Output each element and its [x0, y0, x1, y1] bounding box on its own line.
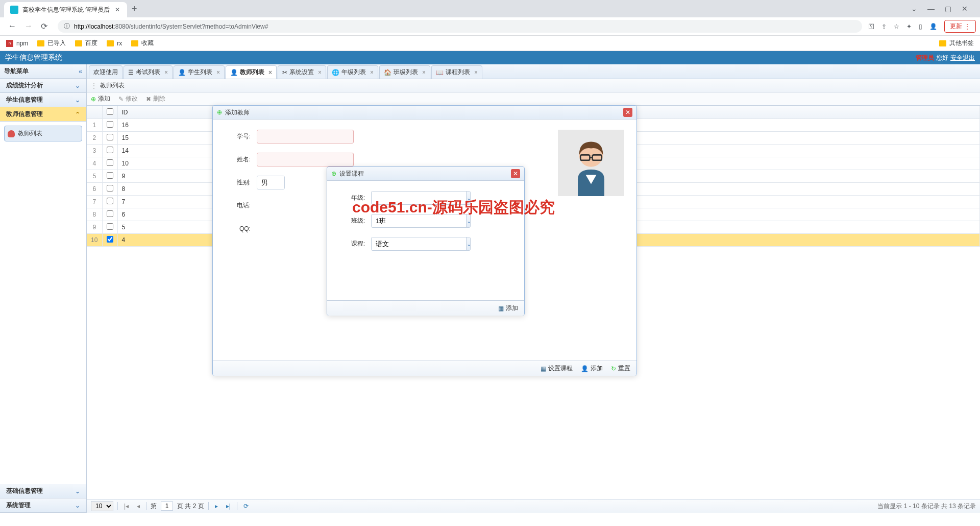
tab-close-icon[interactable]: ✕: [114, 6, 121, 13]
prev-page-icon[interactable]: ◂: [135, 503, 142, 510]
input-sid[interactable]: [257, 130, 354, 144]
course-add-button[interactable]: ▦添加: [498, 304, 518, 313]
row-checkbox[interactable]: [102, 119, 117, 132]
row-checkbox[interactable]: [102, 208, 117, 221]
close-icon[interactable]: ✕: [511, 169, 520, 178]
dialog-add-button[interactable]: 👤添加: [581, 364, 603, 373]
last-page-icon[interactable]: ▸|: [224, 503, 233, 510]
edit-button[interactable]: ✎修改: [118, 94, 138, 103]
bookmark-imported[interactable]: 已导入: [37, 39, 66, 47]
sidebar-item-system[interactable]: 系统管理⌄: [0, 498, 86, 513]
row-number: 7: [87, 196, 102, 208]
other-bookmarks[interactable]: 其他书签: [939, 39, 974, 47]
url-text: http://localhost:8080/studentinfo/System…: [74, 23, 268, 30]
tab-系统设置[interactable]: ✂系统设置×: [278, 65, 326, 79]
tab-close-icon[interactable]: ×: [164, 69, 168, 76]
tab-close-icon[interactable]: ×: [370, 69, 374, 76]
extension-icon[interactable]: ✦: [906, 23, 912, 30]
site-info-icon[interactable]: ⓘ: [64, 22, 70, 31]
reload-icon[interactable]: ⟳: [41, 21, 47, 31]
browser-tab[interactable]: 高校学生信息管理系统 管理员后 ✕: [4, 2, 127, 17]
select-grade[interactable]: ⌄: [371, 191, 471, 205]
label-phone: 电话:: [225, 201, 251, 210]
folder-icon: [131, 40, 138, 46]
chevron-down-icon[interactable]: ⌄: [466, 192, 471, 204]
back-icon[interactable]: ←: [8, 21, 16, 31]
tab-课程列表[interactable]: 📖课程列表×: [431, 65, 482, 79]
set-course-button[interactable]: ▦设置课程: [541, 364, 573, 373]
tab-close-icon[interactable]: ×: [216, 69, 220, 76]
row-checkbox[interactable]: [102, 170, 117, 183]
sidebar-link-teacher-list[interactable]: 教师列表: [4, 126, 82, 141]
new-tab-button[interactable]: +: [127, 2, 141, 16]
row-checkbox[interactable]: [102, 196, 117, 208]
add-button[interactable]: ⊕添加: [91, 94, 110, 103]
list-icon: ☰: [128, 69, 134, 76]
reset-button[interactable]: ↻重置: [611, 364, 630, 373]
close-window-icon[interactable]: ✕: [962, 5, 968, 13]
collapse-icon[interactable]: «: [79, 68, 82, 75]
tab-教师列表[interactable]: 👤教师列表×: [226, 65, 277, 79]
select-class[interactable]: ⌄: [371, 214, 471, 228]
tab-班级列表[interactable]: 🏠班级列表×: [379, 65, 430, 79]
delete-button[interactable]: ✖删除: [146, 94, 165, 103]
row-checkbox[interactable]: [102, 234, 117, 247]
chevron-down-icon[interactable]: ⌄: [466, 214, 471, 227]
row-number: 3: [87, 145, 102, 157]
close-icon[interactable]: ✕: [623, 108, 632, 117]
address-bar[interactable]: ⓘ http://localhost:8080/studentinfo/Syst…: [58, 20, 862, 33]
tab-close-icon[interactable]: ×: [268, 69, 272, 76]
logout-link[interactable]: 安全退出: [950, 54, 975, 62]
sidebar-item-stats[interactable]: 成绩统计分析⌄: [0, 79, 86, 93]
forward-icon[interactable]: →: [24, 21, 33, 31]
page-size-select[interactable]: 10: [91, 501, 113, 511]
content-area: 欢迎使用☰考试列表×👤学生列表×👤教师列表×✂系统设置×🌐年级列表×🏠班级列表×…: [87, 64, 980, 513]
tab-学生列表[interactable]: 👤学生列表×: [174, 65, 225, 79]
row-checkbox[interactable]: [102, 132, 117, 145]
tab-close-icon[interactable]: ×: [474, 69, 478, 76]
chevron-down-icon[interactable]: ⌄: [466, 237, 471, 250]
minimize-icon[interactable]: —: [927, 5, 935, 13]
avatar-placeholder[interactable]: [558, 130, 624, 196]
bookmark-fav[interactable]: 收藏: [131, 39, 154, 47]
plus-icon: ⊕: [331, 170, 336, 177]
sidebar-item-basic[interactable]: 基础信息管理⌄: [0, 484, 86, 498]
bookmark-npm[interactable]: nnpm: [6, 40, 28, 47]
tools-icon: ✂: [282, 69, 287, 76]
star-icon[interactable]: ☆: [894, 23, 899, 30]
row-checkbox[interactable]: [102, 157, 117, 170]
sub-toolbar: ⋮ 教师列表: [87, 79, 980, 92]
dropdown-icon[interactable]: ⌄: [911, 5, 917, 13]
update-button[interactable]: 更新⋮: [944, 20, 976, 33]
tab-年级列表[interactable]: 🌐年级列表×: [327, 65, 378, 79]
row-checkbox[interactable]: [102, 183, 117, 196]
row-number: 1: [87, 119, 102, 132]
bookmark-baidu[interactable]: 百度: [75, 39, 97, 47]
panel-icon[interactable]: ▯: [919, 23, 922, 30]
bookmark-rx[interactable]: rx: [107, 40, 122, 47]
profile-icon[interactable]: 👤: [929, 23, 937, 30]
sidebar-item-teacher[interactable]: 教师信息管理⌃: [0, 107, 86, 122]
tab-close-icon[interactable]: ×: [318, 69, 322, 76]
input-name[interactable]: [257, 153, 354, 166]
browser-chrome: 高校学生信息管理系统 管理员后 ✕ + ⌄ — ▢ ✕ ← → ⟳ ⓘ http…: [0, 0, 980, 51]
page-input[interactable]: [161, 501, 173, 511]
next-page-icon[interactable]: ▸: [213, 503, 220, 510]
key-icon[interactable]: ⚿: [868, 23, 874, 30]
sidebar-item-student[interactable]: 学生信息管理⌄: [0, 93, 86, 107]
row-checkbox[interactable]: [102, 221, 117, 234]
select-course[interactable]: ⌄: [371, 237, 471, 251]
maximize-icon[interactable]: ▢: [945, 5, 951, 13]
grip-icon: ⋮: [91, 82, 97, 89]
tab-close-icon[interactable]: ×: [422, 69, 426, 76]
home-icon: 🏠: [384, 69, 391, 76]
tab-考试列表[interactable]: ☰考试列表×: [124, 65, 173, 79]
row-number: 9: [87, 221, 102, 234]
row-checkbox[interactable]: [102, 145, 117, 157]
first-page-icon[interactable]: |◂: [122, 503, 131, 510]
share-icon[interactable]: ⇪: [881, 23, 887, 30]
refresh-icon[interactable]: ⟳: [241, 503, 251, 510]
select-gender[interactable]: ⌄: [257, 176, 285, 189]
col-checkbox[interactable]: [102, 106, 117, 119]
tab-欢迎使用[interactable]: 欢迎使用: [89, 65, 122, 79]
